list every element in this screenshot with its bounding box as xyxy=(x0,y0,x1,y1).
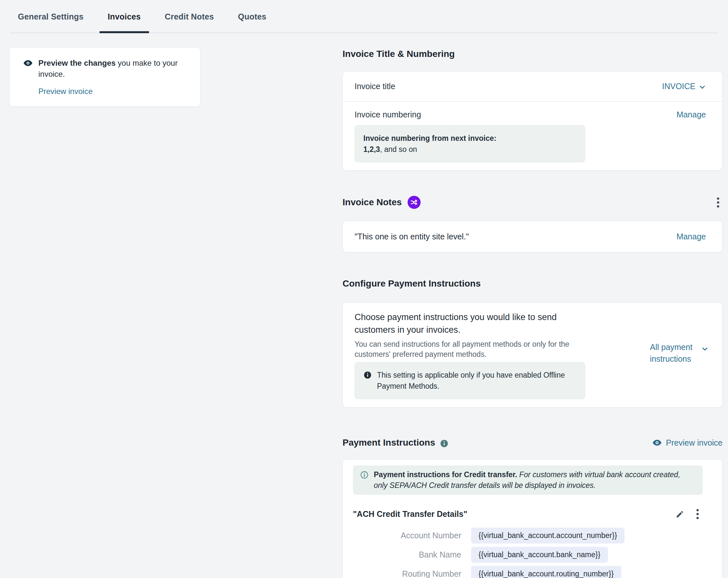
eye-icon xyxy=(652,438,662,448)
field-row-bank-name: Bank Name {{virtual_bank_account.bank_na… xyxy=(353,547,703,563)
configure-payment-heading: Configure Payment Instructions xyxy=(342,278,723,289)
invoice-notes-manage-link[interactable]: Manage xyxy=(677,232,706,241)
preview-changes-lead: Preview the changes xyxy=(38,58,115,67)
offline-payment-note-text: This setting is applicable only if you h… xyxy=(377,369,572,392)
invoice-numbering-row: Invoice numbering Manage Invoice numberi… xyxy=(343,102,722,170)
field-row-routing-number: Routing Number {{virtual_bank_account.ro… xyxy=(353,566,703,578)
ach-details-menu-button[interactable] xyxy=(695,508,700,520)
ach-fields: Account Number {{virtual_bank_account.ac… xyxy=(353,528,703,578)
invoice-notes-card: "This one is on entity site level." Mana… xyxy=(342,221,723,253)
preview-changes-card: Preview the changes you make to your inv… xyxy=(9,48,200,107)
shuffle-badge-icon xyxy=(408,196,421,209)
invoice-notes-heading: Invoice Notes xyxy=(342,196,402,208)
invoice-numbering-note: Invoice numbering from next invoice: 1,2… xyxy=(355,125,585,162)
configure-payment-subtitle: You can send instructions for all paymen… xyxy=(355,339,586,360)
invoice-title-dropdown[interactable]: INVOICE xyxy=(662,82,706,91)
payment-instructions-card: Payment instructions for Credit transfer… xyxy=(342,459,723,578)
invoice-title-row: Invoice title INVOICE xyxy=(343,72,722,102)
info-icon[interactable] xyxy=(440,439,448,448)
field-value-pill: {{virtual_bank_account.routing_number}} xyxy=(471,566,621,578)
invoice-notes-menu-button[interactable] xyxy=(716,196,721,209)
numbering-note-line1: Invoice numbering from next invoice: xyxy=(363,134,496,142)
invoice-title-numbering-heading: Invoice Title & Numbering xyxy=(342,48,723,60)
invoice-title-label: Invoice title xyxy=(355,82,395,91)
credit-transfer-banner: Payment instructions for Credit transfer… xyxy=(353,466,703,495)
invoice-numbering-label: Invoice numbering xyxy=(355,110,421,120)
invoice-note-text: "This one is on entity site level." xyxy=(355,232,469,241)
ach-details-title: "ACH Credit Transfer Details" xyxy=(353,509,467,519)
field-value-pill: {{virtual_bank_account.account_number}} xyxy=(471,528,625,544)
payment-methods-dropdown-value: All payment instructions xyxy=(650,342,693,363)
field-value-pill: {{virtual_bank_account.bank_name}} xyxy=(471,547,608,563)
chevron-down-icon xyxy=(699,83,706,90)
configure-payment-card: Choose payment instructions you would li… xyxy=(342,303,723,408)
tab-invoices[interactable]: Invoices xyxy=(100,12,149,32)
ach-details-header: "ACH Credit Transfer Details" xyxy=(353,508,703,520)
field-label: Routing Number xyxy=(353,569,461,578)
tab-quotes[interactable]: Quotes xyxy=(230,12,275,32)
preview-invoice-link-bottom[interactable]: Preview invoice xyxy=(652,438,723,448)
invoice-title-value: INVOICE xyxy=(662,82,696,91)
chevron-down-icon xyxy=(701,344,708,351)
configure-payment-title: Choose payment instructions you would li… xyxy=(355,311,576,336)
preview-invoice-link-label: Preview invoice xyxy=(666,438,723,448)
field-label: Account Number xyxy=(353,531,461,540)
numbering-note-sequence: 1,2,3 xyxy=(363,145,380,154)
invoice-settings-page: General Settings Invoices Credit Notes Q… xyxy=(0,0,728,578)
tab-general-settings[interactable]: General Settings xyxy=(10,12,92,32)
invoice-numbering-manage-link[interactable]: Manage xyxy=(677,110,706,120)
tab-credit-notes[interactable]: Credit Notes xyxy=(157,12,222,32)
field-row-account-number: Account Number {{virtual_bank_account.ac… xyxy=(353,528,703,544)
preview-changes-text: Preview the changes you make to your inv… xyxy=(38,58,187,80)
offline-payment-note: This setting is applicable only if you h… xyxy=(355,362,585,399)
preview-invoice-link[interactable]: Preview invoice xyxy=(38,87,93,96)
settings-content-column: Invoice Title & Numbering Invoice title … xyxy=(342,0,723,578)
payment-instructions-heading: Payment Instructions xyxy=(342,437,435,449)
eye-icon xyxy=(23,58,33,68)
invoice-title-numbering-card: Invoice title INVOICE Invoice numbering … xyxy=(342,71,723,170)
field-label: Bank Name xyxy=(353,550,461,559)
edit-pencil-icon[interactable] xyxy=(676,510,684,519)
payment-methods-dropdown[interactable]: All payment instructions xyxy=(650,341,707,365)
info-icon xyxy=(363,371,372,379)
numbering-note-rest: , and so on xyxy=(380,145,417,154)
credit-transfer-banner-text: Payment instructions for Credit transfer… xyxy=(374,469,696,491)
banner-bold-text: Payment instructions for Credit transfer… xyxy=(374,470,517,479)
invoice-notes-heading-row: Invoice Notes xyxy=(342,196,723,209)
info-outline-icon xyxy=(360,471,368,479)
payment-instructions-heading-row: Payment Instructions Preview invoice xyxy=(342,437,723,449)
